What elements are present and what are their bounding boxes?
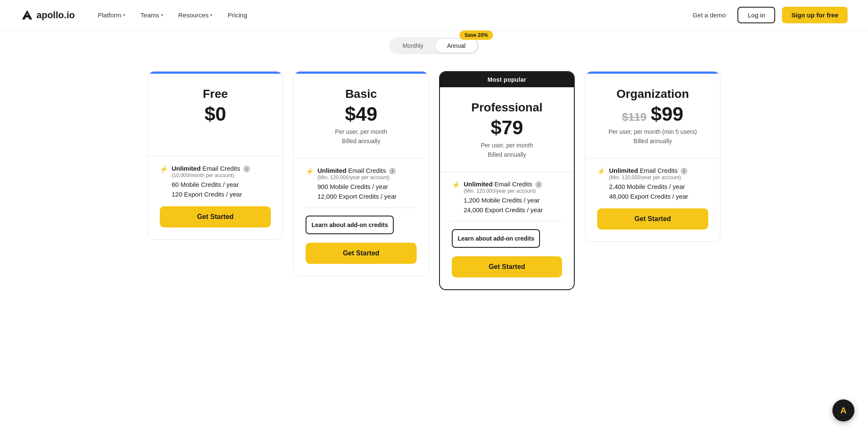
card-body-organization: Organization $119 $99 Per user, per mont… <box>585 74 720 146</box>
price-row-professional: $79 <box>452 118 562 137</box>
plan-free: Free $0 ⚡ Unlimited Email Credits i (10,… <box>147 71 283 240</box>
plan-organization: Organization $119 $99 Per user, per mont… <box>585 71 721 242</box>
login-button[interactable]: Log in <box>737 7 775 23</box>
get-demo-button[interactable]: Get a demo <box>687 8 731 22</box>
info-icon-organization[interactable]: i <box>681 168 687 175</box>
email-credits-basic: ⚡ Unlimited Email Credits i (Min. 120,00… <box>306 167 417 180</box>
price-row-organization: $119 $99 <box>597 104 708 124</box>
plan-name-basic: Basic <box>306 87 417 101</box>
nav-links: Platform ▾ Teams ▾ Resources ▾ Pricing <box>92 8 687 22</box>
price-main-organization: $99 <box>651 104 684 124</box>
plan-name-organization: Organization <box>597 87 708 101</box>
mobile-credits-organization: 2,400 Mobile Credits / year <box>597 183 708 190</box>
resources-chevron-icon: ▾ <box>210 13 212 17</box>
divider-basic-2 <box>306 208 417 208</box>
card-body-free: Free $0 <box>148 74 283 144</box>
plan-name-free: Free <box>160 87 271 101</box>
lightning-icon-professional: ⚡ <box>452 181 460 189</box>
export-credits-organization: 48,000 Export Credits / year <box>597 193 708 200</box>
info-icon-professional[interactable]: i <box>535 181 542 188</box>
email-credits-sub-organization: (Min. 120,000/year per account) <box>609 175 687 180</box>
lightning-icon-free: ⚡ <box>160 165 168 173</box>
card-body-basic: Basic $49 Per user, per monthBilled annu… <box>294 74 428 146</box>
email-credits-free: ⚡ Unlimited Email Credits i (10,000/mont… <box>160 165 271 178</box>
mobile-credits-professional: 1,200 Mobile Credits / year <box>452 197 562 204</box>
get-started-free[interactable]: Get Started <box>160 206 271 227</box>
info-icon-basic[interactable]: i <box>389 168 396 175</box>
mobile-credits-basic: 900 Mobile Credits / year <box>306 183 417 190</box>
nav-actions: Get a demo Log in Sign up for free <box>687 7 848 23</box>
export-credits-basic: 12,000 Export Credits / year <box>306 193 417 200</box>
price-row-free: $0 <box>160 104 271 124</box>
price-sub-professional: Per user, per monthBilled annually <box>452 141 562 160</box>
export-credits-free: 120 Export Credits / year <box>160 191 271 198</box>
nav-platform[interactable]: Platform ▾ <box>92 8 131 22</box>
price-main-basic: $49 <box>345 104 378 124</box>
toggle-annual[interactable]: Annual <box>435 39 478 53</box>
divider-professional <box>440 172 574 172</box>
nav-teams[interactable]: Teams ▾ <box>134 8 169 22</box>
popular-label: Most popular <box>440 72 574 87</box>
price-old-organization: $119 <box>622 111 647 124</box>
divider-organization <box>585 158 720 158</box>
get-started-professional[interactable]: Get Started <box>452 256 562 277</box>
email-credits-sub-basic: (Min. 120,000/year per account) <box>317 175 396 180</box>
nav-resources[interactable]: Resources ▾ <box>172 8 219 22</box>
get-started-basic[interactable]: Get Started <box>306 243 417 264</box>
pricing-section: Free $0 ⚡ Unlimited Email Credits i (10,… <box>0 54 868 316</box>
signup-button[interactable]: Sign up for free <box>782 7 848 23</box>
toggle-monthly[interactable]: Monthly <box>391 39 435 53</box>
addon-credits-professional[interactable]: Learn about add-on credits <box>452 229 540 248</box>
email-credits-professional: ⚡ Unlimited Email Credits i (Min. 120,00… <box>452 180 562 194</box>
plan-basic: Basic $49 Per user, per monthBilled annu… <box>293 71 429 276</box>
export-credits-professional: 24,000 Export Credits / year <box>452 206 562 213</box>
price-main-free: $0 <box>204 104 226 124</box>
credits-free: ⚡ Unlimited Email Credits i (10,000/mont… <box>148 165 283 198</box>
lightning-icon-organization: ⚡ <box>597 167 606 175</box>
price-row-basic: $49 <box>306 104 417 124</box>
teams-chevron-icon: ▾ <box>161 13 163 17</box>
divider-basic <box>294 158 428 158</box>
info-icon-free[interactable]: i <box>243 166 250 172</box>
price-main-professional: $79 <box>491 118 523 137</box>
credits-basic: ⚡ Unlimited Email Credits i (Min. 120,00… <box>294 167 428 200</box>
divider-professional-2 <box>452 221 562 222</box>
lightning-icon-basic: ⚡ <box>306 167 314 175</box>
plan-professional: Most popular Professional $79 Per user, … <box>439 71 575 290</box>
price-sub-basic: Per user, per monthBilled annually <box>306 127 417 146</box>
price-sub-organization: Per user, per month (min 5 users)Billed … <box>597 127 708 146</box>
divider-free <box>148 156 283 156</box>
billing-toggle-area: Monthly Annual Save 20% <box>0 30 868 54</box>
email-credits-sub-professional: (Min. 120,000/year per account) <box>464 188 542 194</box>
credits-organization: ⚡ Unlimited Email Credits i (Min. 120,00… <box>585 167 720 200</box>
mobile-credits-free: 60 Mobile Credits / year <box>160 181 271 188</box>
nav-pricing[interactable]: Pricing <box>222 8 253 22</box>
email-credits-sub-free: (10,000/month per account) <box>172 172 250 178</box>
email-credits-organization: ⚡ Unlimited Email Credits i (Min. 120,00… <box>597 167 708 180</box>
billing-toggle: Monthly Annual <box>389 37 479 54</box>
card-body-professional: Professional $79 Per user, per monthBill… <box>440 87 574 160</box>
plan-name-professional: Professional <box>452 101 562 114</box>
platform-chevron-icon: ▾ <box>123 13 125 17</box>
navbar: apollo.io Platform ▾ Teams ▾ Resources ▾… <box>0 0 868 30</box>
logo[interactable]: apollo.io <box>20 8 75 22</box>
get-started-organization[interactable]: Get Started <box>597 208 708 230</box>
addon-credits-basic[interactable]: Learn about add-on credits <box>306 216 394 234</box>
save-badge: Save 20% <box>459 30 493 40</box>
price-sub-free <box>160 127 271 144</box>
credits-professional: ⚡ Unlimited Email Credits i (Min. 120,00… <box>440 180 574 213</box>
